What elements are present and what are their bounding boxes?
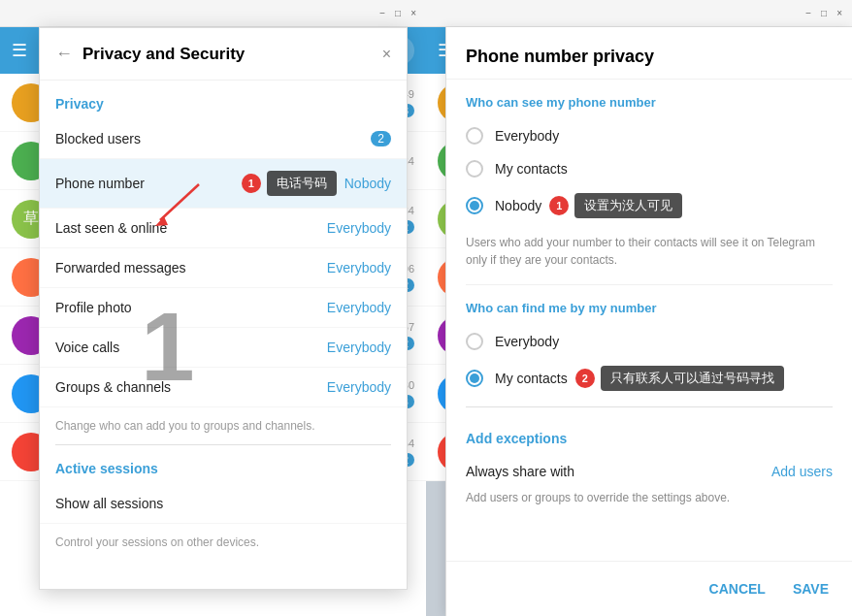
blocked-users-label: Blocked users bbox=[55, 131, 371, 146]
annotation-circle-1: 1 bbox=[242, 174, 261, 193]
right-panel: − □ × ☰ ... ... 1:49 3 ... 496 bbox=[426, 0, 852, 616]
everybody-see-label: Everybody bbox=[495, 128, 559, 144]
everybody-see-option[interactable]: Everybody bbox=[466, 119, 833, 152]
nobody-annotation-circle: 1 bbox=[549, 196, 569, 215]
minimize-btn-left[interactable]: − bbox=[376, 8, 389, 18]
phone-dialog-body: Who can see my phone number Everybody My… bbox=[446, 80, 852, 561]
nobody-see-option[interactable]: Nobody 1 设置为没人可见 bbox=[466, 185, 833, 226]
phone-number-tooltip: 电话号码 bbox=[267, 171, 337, 196]
phone-privacy-dialog: Phone number privacy Who can see my phon… bbox=[445, 27, 852, 616]
who-can-find-title: Who can find me by my number bbox=[466, 285, 833, 325]
blocked-users-badge: 2 bbox=[371, 131, 391, 146]
dialog-header: ← Privacy and Security × bbox=[40, 28, 407, 81]
privacy-security-dialog: ← Privacy and Security × Privacy Blocked… bbox=[39, 27, 408, 590]
dialog-title: Privacy and Security bbox=[82, 45, 382, 64]
maximize-btn-right[interactable]: □ bbox=[817, 8, 831, 18]
forwarded-messages-value: Everybody bbox=[327, 260, 391, 276]
maximize-btn-left[interactable]: □ bbox=[391, 8, 405, 18]
dialog-body: Privacy Blocked users 2 Phone number 1 电… bbox=[40, 81, 407, 589]
hamburger-icon[interactable]: ☰ bbox=[12, 40, 27, 61]
nobody-see-radio[interactable] bbox=[466, 197, 483, 214]
everybody-find-radio[interactable] bbox=[466, 333, 483, 350]
my-contacts-see-label: My contacts bbox=[495, 161, 568, 177]
groups-channels-item[interactable]: Groups & channels Everybody bbox=[40, 368, 407, 407]
my-contacts-find-radio[interactable] bbox=[466, 370, 483, 387]
forwarded-messages-item[interactable]: Forwarded messages Everybody bbox=[40, 248, 407, 288]
my-contacts-see-option[interactable]: My contacts bbox=[466, 152, 833, 185]
my-contacts-find-label: My contacts bbox=[495, 371, 568, 386]
everybody-see-radio[interactable] bbox=[466, 127, 483, 145]
left-titlebar: − □ × bbox=[0, 0, 426, 27]
my-contacts-see-radio[interactable] bbox=[466, 160, 483, 178]
show-all-sessions-label: Show all sessions bbox=[55, 496, 391, 511]
phone-dialog-title: Phone number privacy bbox=[466, 47, 833, 67]
groups-channels-value: Everybody bbox=[327, 379, 391, 395]
show-all-sessions-item[interactable]: Show all sessions bbox=[40, 484, 407, 524]
privacy-note: Change who can add you to groups and cha… bbox=[40, 407, 407, 444]
privacy-section-title: Privacy bbox=[40, 81, 407, 119]
find-annotation-circle: 2 bbox=[575, 369, 595, 388]
nobody-see-label: Nobody bbox=[495, 198, 541, 213]
who-can-see-title: Who can see my phone number bbox=[466, 80, 833, 119]
phone-number-item[interactable]: Phone number 1 电话号码 Nobody bbox=[40, 159, 407, 209]
close-btn-right[interactable]: × bbox=[833, 8, 846, 18]
my-contacts-find-option[interactable]: My contacts 2 只有联系人可以通过号码寻找 bbox=[466, 358, 833, 399]
always-share-label: Always share with bbox=[466, 464, 771, 479]
everybody-find-option[interactable]: Everybody bbox=[466, 325, 833, 358]
everybody-find-label: Everybody bbox=[495, 334, 559, 349]
right-titlebar: − □ × bbox=[426, 0, 852, 27]
find-tooltip: 只有联系人可以通过号码寻找 bbox=[601, 366, 784, 391]
active-sessions-title: Active sessions bbox=[40, 445, 407, 484]
exceptions-separator bbox=[466, 406, 833, 407]
left-panel: − □ × ☰ Search ... ... 1:49 3 bbox=[0, 0, 426, 616]
phone-number-label: Phone number bbox=[55, 176, 242, 191]
sessions-note: Control your sessions on other devices. bbox=[40, 524, 407, 561]
voice-calls-value: Everybody bbox=[327, 340, 391, 355]
last-seen-item[interactable]: Last seen & online Everybody bbox=[40, 209, 407, 248]
dialog-footer: CANCEL SAVE bbox=[446, 561, 852, 616]
profile-photo-value: Everybody bbox=[327, 300, 391, 315]
always-share-row: Always share with Add users bbox=[466, 456, 833, 487]
nobody-tooltip: 设置为没人可见 bbox=[574, 193, 682, 218]
right-titlebar-controls: − □ × bbox=[802, 8, 846, 18]
forwarded-messages-label: Forwarded messages bbox=[55, 260, 327, 276]
minimize-btn-right[interactable]: − bbox=[802, 8, 815, 18]
last-seen-value: Everybody bbox=[327, 220, 391, 236]
profile-photo-item[interactable]: Profile photo Everybody bbox=[40, 288, 407, 328]
exceptions-note: Add users or groups to override the sett… bbox=[466, 487, 833, 520]
svg-line-0 bbox=[160, 184, 199, 220]
phone-dialog-header: Phone number privacy bbox=[446, 27, 852, 80]
close-btn-left[interactable]: × bbox=[407, 8, 420, 18]
phone-number-value: Nobody bbox=[344, 176, 391, 191]
close-dialog-button[interactable]: × bbox=[382, 46, 391, 63]
save-button[interactable]: SAVE bbox=[789, 573, 833, 604]
back-button[interactable]: ← bbox=[55, 44, 73, 64]
big-number-annotation: 1 bbox=[141, 291, 195, 403]
voice-calls-item[interactable]: Voice calls Everybody bbox=[40, 328, 407, 368]
cancel-button[interactable]: CANCEL bbox=[705, 573, 770, 604]
phone-info-text: Users who add your number to their conta… bbox=[466, 226, 833, 285]
add-exceptions-title: Add exceptions bbox=[466, 415, 833, 456]
add-users-button[interactable]: Add users bbox=[771, 464, 833, 479]
blocked-users-item[interactable]: Blocked users 2 bbox=[40, 119, 407, 159]
red-arrow-annotation bbox=[150, 179, 209, 232]
left-titlebar-controls: − □ × bbox=[376, 8, 420, 18]
